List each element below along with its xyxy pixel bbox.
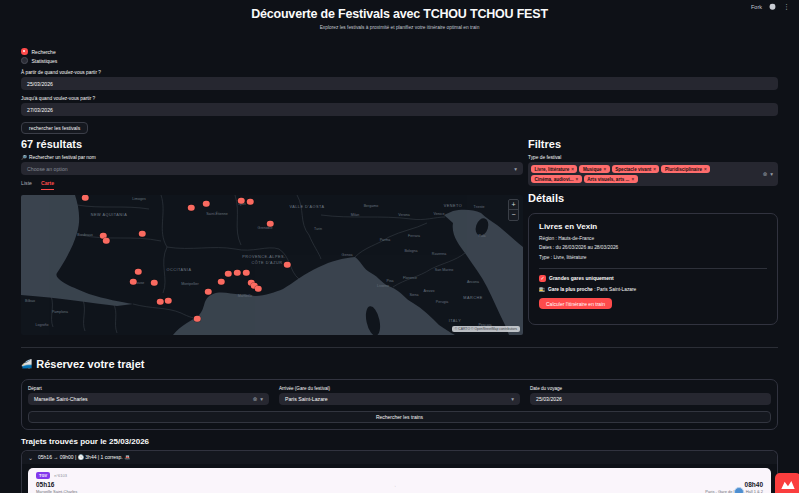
festival-marker[interactable] [243, 269, 250, 276]
details-title: Détails [528, 192, 778, 205]
remove-tag-icon[interactable]: × [631, 177, 634, 182]
festival-marker[interactable] [203, 200, 210, 207]
search-by-name-label: Rechercher un festival par nom [29, 155, 96, 160]
transfer-icon [734, 487, 744, 493]
map-zoom-in-button[interactable]: + [509, 200, 518, 210]
festival-marker[interactable] [225, 270, 232, 277]
filter-tag[interactable]: Pluridisciplinaire× [661, 165, 710, 173]
clear-icon[interactable]: ⊗ [253, 396, 258, 402]
festival-marker[interactable] [255, 285, 262, 292]
festival-marker[interactable] [135, 268, 142, 275]
map-label: Turin [314, 227, 322, 231]
chevron-down-icon[interactable]: ▾ [770, 171, 773, 177]
chevron-down-icon[interactable]: ▾ [514, 166, 517, 172]
festival-type-multiselect[interactable]: Livre, littérature×Musique×Spectacle viv… [528, 162, 778, 186]
filter-tag[interactable]: Cinéma, audiovi...× [531, 175, 582, 183]
festival-marker[interactable] [82, 195, 89, 201]
booking-title: Réservez votre trajet [36, 358, 144, 371]
github-icon[interactable] [769, 3, 776, 10]
map-label: Verona [398, 213, 409, 217]
results-count-title: 67 résultats [21, 138, 523, 151]
tab-liste[interactable]: Liste [21, 180, 32, 190]
filter-tag[interactable]: Spectacle vivant× [612, 165, 660, 173]
remove-tag-icon[interactable]: × [604, 167, 607, 172]
remove-tag-icon[interactable]: × [576, 177, 579, 182]
search-icon: 🔎 [21, 155, 27, 160]
travel-date-input[interactable]: 25/03/2026 [530, 393, 771, 405]
festival-map[interactable]: NEW AQUITANIAOCCITANIAVALLE D'AOSTAVENET… [21, 195, 523, 335]
festival-type-label: Type de festival [528, 155, 778, 160]
festival-marker[interactable] [234, 269, 241, 276]
festival-marker[interactable] [205, 288, 212, 295]
radio-dot-icon[interactable] [21, 57, 28, 64]
deploy-button[interactable] [775, 473, 799, 493]
date-from-input[interactable]: 25/03/2026 [21, 77, 778, 90]
festival-marker[interactable] [165, 297, 172, 304]
menu-kebab-icon[interactable]: ⋮ [783, 3, 790, 10]
filter-tag-label: Livre, littérature [535, 167, 570, 172]
radio-label: Statistiques [32, 58, 58, 64]
festival-dates: Dates : du 26/03/2026 au 28/03/2026 [539, 245, 767, 250]
radio-dot-icon[interactable] [21, 48, 28, 55]
map-label: Milan [351, 213, 360, 217]
fork-button[interactable]: Fork [751, 4, 762, 10]
filter-tag[interactable]: Livre, littérature× [531, 165, 577, 173]
festival-marker[interactable] [188, 204, 195, 211]
trip-expander-header[interactable]: ⌄ 05h16 → 09h00 | 🕒 3h44 | 1 corresp. 🚇 [22, 451, 777, 464]
filter-tag-label: Spectacle vivant [615, 167, 651, 172]
map-label: Limoges [132, 197, 146, 201]
major-stations-checkbox[interactable]: ✓ [539, 275, 546, 282]
festival-marker[interactable] [218, 278, 225, 285]
arrivee-select[interactable]: Paris Saint-Lazare ▾ [279, 393, 520, 405]
festival-marker[interactable] [139, 230, 146, 237]
map-label: Ancona [467, 280, 479, 284]
search-trains-button[interactable]: Rechercher les trains [28, 411, 771, 423]
search-festivals-button[interactable]: rechercher les festivals [21, 122, 88, 134]
map-label: Bordeaux [77, 233, 92, 237]
festival-marker[interactable] [238, 197, 245, 204]
compute-itinerary-button[interactable]: Calculer l'itinéraire en train [539, 298, 612, 309]
map-label: VENETO [444, 204, 463, 208]
date-to-input[interactable]: 27/03/2026 [21, 103, 778, 116]
festival-marker[interactable] [157, 298, 164, 305]
festival-marker[interactable] [247, 198, 254, 205]
map-zoom-out-button[interactable]: − [509, 210, 518, 220]
map-label: Bilbao [25, 299, 35, 303]
depart-select[interactable]: Marseille Saint-Charles ⊗ ▾ [28, 393, 269, 405]
clear-all-icon[interactable]: ⊗ [763, 171, 768, 177]
festival-marker[interactable] [194, 315, 201, 322]
segment-arrow-icon: → [392, 483, 397, 488]
arrivee-value: Paris Saint-Lazare [285, 396, 511, 402]
festival-marker[interactable] [103, 237, 110, 244]
filter-tag-label: Musique [583, 167, 602, 172]
map-attribution: © CARTO © OpenStreetMap contributors [452, 326, 520, 332]
filter-tag[interactable]: Musique× [579, 165, 609, 173]
map-label: Saint-Étienne [206, 212, 228, 216]
map-label: Marseille [238, 294, 252, 298]
map-label: Arezzo [423, 289, 434, 293]
radio-option-recherche[interactable]: Recherche [21, 48, 778, 55]
radio-option-statistiques[interactable]: Statistiques [21, 57, 778, 64]
tab-carte[interactable]: Carte [41, 180, 54, 190]
date-to-label: Jusqu'à quand voulez-vous partir ? [21, 96, 778, 101]
app-toolbar: Fork ⋮ [751, 3, 790, 10]
map-label: Genoa [342, 253, 353, 257]
remove-tag-icon[interactable]: × [653, 167, 656, 172]
chevron-icon: ⌄ [28, 454, 33, 461]
remove-tag-icon[interactable]: × [704, 167, 707, 172]
festival-marker[interactable] [284, 261, 291, 268]
map-label: ITALY [449, 319, 462, 323]
festival-marker[interactable] [130, 278, 137, 285]
chevron-down-icon[interactable]: ▾ [260, 396, 263, 402]
journey-segment-card: TGV n°6103 05h16 Marseille Saint-Charles… [28, 468, 771, 493]
festival-marker[interactable] [267, 220, 274, 227]
remove-tag-icon[interactable]: × [571, 167, 574, 172]
festival-name-select[interactable]: Choose an option ▾ [21, 162, 523, 175]
page-subtitle: Explorez les festivals à proximité et pl… [21, 25, 778, 30]
festival-marker[interactable] [151, 279, 158, 286]
chevron-down-icon[interactable]: ▾ [511, 396, 514, 402]
map-label: Bologna [404, 249, 417, 253]
filter-tag[interactable]: Arts visuels, arts ...× [584, 175, 638, 183]
nearest-station-label: Gare la plus proche [548, 287, 593, 292]
map-label: Livorno [377, 284, 389, 288]
